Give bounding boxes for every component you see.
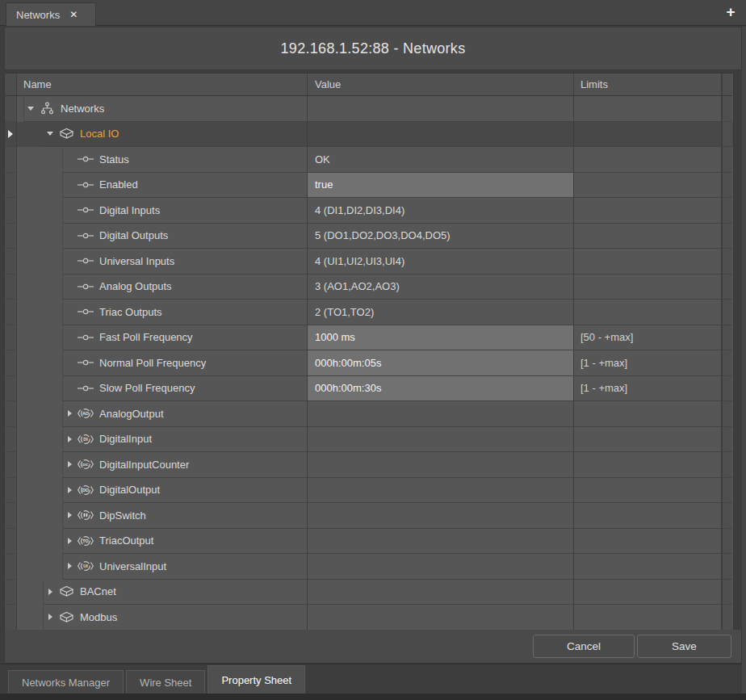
table-row-slow-poll-frequency[interactable]: Slow Poll Frequency000h:00m:30s[1 - +max… [5,376,733,402]
tree-indent [17,198,62,224]
component-dic-icon: DIC [76,458,95,471]
name-cell: Universal Inputs [17,249,308,275]
value-cell [308,452,574,478]
view-tab-networks-manager[interactable]: Networks Manager [8,670,124,694]
tree-indent [17,350,62,376]
table-row-digitalinput[interactable]: DIDigitalInput [5,427,733,453]
table-header: Name Value Limits [5,73,733,96]
row-gutter [5,300,17,325]
table-row-analog-outputs[interactable]: Analog Outputs3 (AO1,AO2,AO3) [5,275,733,300]
collapse-icon[interactable] [44,132,57,136]
table-row-networks[interactable]: Networks [5,96,733,122]
header-scroll-corner [722,73,732,96]
tab-networks[interactable]: Networks ✕ [6,2,96,26]
value-cell [308,478,574,504]
scrollbar-track [722,96,732,122]
row-label: Fast Poll Frequency [99,331,193,343]
scrollbar-track [722,275,732,300]
table-row-universalinput[interactable]: UIUniversalInput [5,554,733,580]
table-row-modbus[interactable]: Modbus [5,605,733,631]
expand-icon[interactable] [63,436,76,442]
table-row-dipswitch[interactable]: DipSwitch [5,503,733,529]
value-cell [308,580,574,606]
row-label: DigitalInput [99,433,152,445]
row-gutter [5,605,17,631]
value-cell[interactable]: 000h:00m:05s [308,350,574,376]
expand-icon[interactable] [44,614,57,620]
name-cell: Normal Poll Frequency [17,350,308,376]
row-label: Digital Outputs [99,229,168,241]
row-gutter [5,503,17,529]
component-ao-icon: AO [76,407,95,420]
value-cell[interactable]: true [308,173,574,199]
value-cell[interactable]: 000h:00m:30s [308,376,574,402]
table-row-analogoutput[interactable]: AOAnalogOutput [5,401,733,427]
value-cell: 4 (DI1,DI2,DI3,DI4) [308,198,574,224]
expand-icon[interactable] [44,589,57,595]
table-row-normal-poll-frequency[interactable]: Normal Poll Frequency000h:00m:05s[1 - +m… [5,350,733,376]
row-gutter [5,275,17,300]
column-header-limits[interactable]: Limits [574,73,722,96]
svg-text:AO: AO [82,411,89,416]
value-cell: 3 (AO1,AO2,AO3) [308,275,574,300]
table-row-fast-poll-frequency[interactable]: Fast Poll Frequency1000 ms[50 - +max] [5,325,733,351]
column-header-value[interactable]: Value [308,73,574,96]
add-tab-button[interactable]: + [722,3,740,21]
view-tab-property-sheet[interactable]: Property Sheet [207,665,305,694]
view-tab-wire-sheet[interactable]: Wire Sheet [126,670,205,694]
table-row-local-io[interactable]: Local IO [5,122,733,148]
table-row-triacoutput[interactable]: TOTriacOutput [5,529,733,555]
save-button[interactable]: Save [637,635,731,658]
selected-row-marker-icon [8,130,13,138]
scrollbar-track [722,249,732,275]
row-label: Enabled [99,178,138,191]
expand-icon[interactable] [63,512,76,518]
row-gutter [5,350,17,376]
name-cell: BACnet [17,580,308,606]
name-cell: Analog Outputs [17,275,308,300]
table-row-digitaloutput[interactable]: DODigitalOutput [5,478,733,504]
limits-cell [574,300,722,325]
table-row-digital-inputs[interactable]: Digital Inputs4 (DI1,DI2,DI3,DI4) [5,198,733,224]
value-cell [308,401,574,427]
expand-icon[interactable] [63,538,76,544]
table-row-triac-outputs[interactable]: Triac Outputs2 (TO1,TO2) [5,300,733,325]
tree-indent [17,173,62,199]
name-cell: Slow Poll Frequency [17,376,308,402]
value-cell [308,529,574,555]
limits-cell [574,96,722,122]
tree-indent [17,605,43,631]
tree-indent [17,224,62,249]
row-label: Status [99,153,129,166]
name-cell: Fast Poll Frequency [17,325,308,351]
collapse-icon[interactable] [24,107,37,111]
table-row-universal-inputs[interactable]: Universal Inputs4 (UI1,UI2,UI3,UI4) [5,249,733,275]
table-row-digital-outputs[interactable]: Digital Outputs5 (DO1,DO2,DO3,DO4,DO5) [5,224,733,249]
table-row-enabled[interactable]: Enabledtrue [5,173,733,199]
expand-icon[interactable] [63,487,76,493]
row-label: DigitalInputCounter [99,459,189,471]
limits-cell [574,401,722,427]
cancel-button[interactable]: Cancel [533,635,635,658]
row-gutter [5,401,17,427]
column-header-name[interactable]: Name [17,73,308,96]
expand-icon[interactable] [63,410,76,417]
value-cell[interactable]: 1000 ms [308,325,574,351]
table-row-bacnet[interactable]: BACnet [5,580,733,606]
scrollbar-track [722,478,732,504]
expand-icon[interactable] [63,461,76,467]
row-gutter [5,147,17,173]
table-row-status[interactable]: StatusOK [5,147,733,173]
component-to-icon: TO [76,534,95,547]
value-cell [308,96,574,122]
scrollbar-track [722,173,732,199]
tab-label: Networks [16,9,60,21]
tree-indent [17,401,62,427]
row-gutter [5,376,17,402]
limits-cell [574,478,722,504]
table-row-digitalinputcounter[interactable]: DICDigitalInputCounter [5,452,733,478]
close-tab-icon[interactable]: ✕ [69,9,78,20]
expand-icon[interactable] [63,563,76,569]
limits-cell [574,580,722,606]
row-label: Local IO [80,128,119,140]
